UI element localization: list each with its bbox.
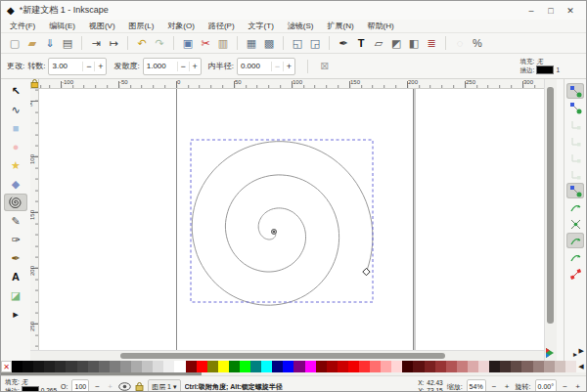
selector-tool[interactable]: ↖: [4, 82, 27, 100]
snap-paths[interactable]: [566, 199, 584, 215]
palette-swatch-50[interactable]: [555, 361, 565, 372]
rotation-minus-button[interactable]: −: [561, 382, 569, 391]
inner-radius-field-minus-button[interactable]: −: [271, 62, 283, 71]
palette-swatch-44[interactable]: [489, 361, 500, 372]
menu-item-8[interactable]: 扩展(N): [320, 20, 360, 32]
palette-swatch-43[interactable]: [478, 361, 489, 372]
align-dialog-icon[interactable]: ◧: [405, 35, 423, 52]
import-icon[interactable]: ⇥: [87, 35, 105, 52]
snap-path-intersections[interactable]: [566, 216, 584, 232]
close-button[interactable]: ✕: [561, 6, 580, 16]
palette-swatch-27[interactable]: [305, 361, 316, 372]
snap-midpoints[interactable]: [566, 266, 584, 282]
palette-swatch-36[interactable]: [402, 361, 413, 372]
new-document-icon[interactable]: ▢: [6, 35, 23, 52]
spiral-drawing[interactable]: [39, 89, 544, 350]
palette-swatch-9[interactable]: [110, 361, 120, 372]
minimize-button[interactable]: –: [521, 6, 541, 16]
text-dialog-icon[interactable]: T: [352, 35, 370, 52]
vertical-ruler[interactable]: 50100150200250: [30, 89, 39, 350]
palette-swatch-12[interactable]: [142, 361, 153, 372]
pen-tool[interactable]: ✑: [4, 231, 27, 248]
layer-selector[interactable]: 图层 1 ▾: [148, 379, 180, 392]
snap-bbox-edges[interactable]: [566, 116, 584, 132]
maximize-button[interactable]: □: [541, 6, 561, 16]
palette-swatch-46[interactable]: [511, 361, 521, 372]
paste-icon[interactable]: ▥: [214, 35, 232, 52]
menu-item-6[interactable]: 文字(T): [242, 20, 281, 32]
palette-swatch-5[interactable]: [66, 361, 76, 372]
palette-swatch-32[interactable]: [359, 361, 370, 372]
palette-swatch-49[interactable]: [544, 361, 555, 372]
vertical-scroll-thumb[interactable]: [547, 87, 554, 324]
opacity-minus-button[interactable]: −: [93, 382, 102, 391]
rotation-field[interactable]: 0.00°: [535, 379, 557, 392]
fill-stroke-dialog-icon[interactable]: ✒: [335, 35, 352, 52]
menu-item-3[interactable]: 图层(L): [122, 20, 161, 32]
preferences-icon[interactable]: %: [469, 35, 486, 52]
palette-swatch-25[interactable]: [283, 361, 294, 372]
duplicate-icon[interactable]: ▦: [243, 35, 260, 52]
divergence-field-plus-button[interactable]: +: [189, 62, 201, 71]
horizontal-scroll-thumb[interactable]: [120, 353, 445, 359]
palette-swatch-45[interactable]: [500, 361, 511, 372]
canvas[interactable]: [39, 89, 544, 350]
xml-editor-icon[interactable]: ◩: [387, 35, 405, 52]
zoom-minus-button[interactable]: −: [490, 382, 499, 391]
palette-swatch-21[interactable]: [240, 361, 250, 372]
horizontal-ruler[interactable]: -100-50050100150200250300: [39, 79, 544, 89]
palette-swatch-19[interactable]: [218, 361, 229, 372]
export-icon[interactable]: ↦: [105, 35, 122, 52]
palette-swatch-22[interactable]: [250, 361, 261, 372]
stroke-swatch[interactable]: [22, 386, 39, 392]
spiral-center-handle[interactable]: [271, 229, 276, 234]
palette-swatch-39[interactable]: [435, 361, 446, 372]
zoom-field[interactable]: 54%: [467, 379, 486, 392]
palette-swatch-6[interactable]: [77, 361, 88, 372]
menu-item-0[interactable]: 文件(F): [3, 20, 42, 32]
object-properties-icon[interactable]: ≣: [423, 35, 440, 52]
reset-defaults-icon[interactable]: ⊠: [316, 58, 334, 74]
palette-swatch-0[interactable]: [12, 361, 23, 372]
inner-radius-field-plus-button[interactable]: +: [283, 62, 294, 71]
turns-field-value[interactable]: 3.00: [49, 62, 82, 70]
palette-swatch-51[interactable]: [565, 361, 576, 372]
palette-swatch-23[interactable]: [261, 361, 272, 372]
layer-visibility-icon[interactable]: [118, 382, 131, 392]
zoom-plus-button[interactable]: +: [503, 382, 512, 391]
snap-cusp-nodes[interactable]: [566, 233, 584, 248]
pencil-tool[interactable]: ✎: [4, 212, 27, 230]
palette-swatch-38[interactable]: [425, 361, 435, 372]
palette-swatch-8[interactable]: [99, 361, 110, 372]
palette-scroll-left-icon[interactable]: ◀: [576, 361, 586, 372]
rectangle-tool[interactable]: ■: [4, 119, 27, 137]
menu-item-7[interactable]: 滤镜(S): [281, 20, 321, 32]
spiral-outer-handle[interactable]: [363, 268, 370, 275]
spiral-path[interactable]: [192, 142, 373, 306]
palette-scroll-thumb[interactable]: [1, 372, 202, 375]
palette-swatch-18[interactable]: [207, 361, 218, 372]
opacity-value[interactable]: 100: [74, 383, 86, 390]
divergence-field-value[interactable]: 1.000: [144, 62, 177, 70]
snap-nodes[interactable]: [566, 183, 584, 198]
palette-swatch-29[interactable]: [327, 361, 338, 372]
inner-radius-field[interactable]: 0.000−+: [237, 58, 295, 75]
snap-bounding-box[interactable]: [566, 100, 584, 115]
palette-swatch-14[interactable]: [163, 361, 174, 372]
star-tool[interactable]: ★: [4, 156, 27, 174]
snapbar-overflow-icon[interactable]: ▸: [573, 350, 577, 359]
palette-swatch-26[interactable]: [294, 361, 304, 372]
snap-bbox-centers[interactable]: [566, 166, 584, 182]
palette-swatch-37[interactable]: [413, 361, 424, 372]
divergence-field[interactable]: 1.000−+: [143, 58, 202, 75]
no-color-swatch[interactable]: ✕: [1, 361, 12, 372]
menu-item-4[interactable]: 对象(O): [160, 20, 202, 32]
palette-swatch-17[interactable]: [197, 361, 207, 372]
copy-icon[interactable]: ▣: [179, 35, 197, 52]
rotation-plus-button[interactable]: +: [573, 382, 582, 391]
palette-swatch-35[interactable]: [391, 361, 402, 372]
style-indicator-bottom[interactable]: 填充: 无 描边: 0.265: [5, 378, 57, 392]
snap-bbox-corners[interactable]: [566, 133, 584, 149]
turns-field-minus-button[interactable]: −: [82, 62, 94, 71]
opacity-field[interactable]: 100: [71, 379, 89, 392]
